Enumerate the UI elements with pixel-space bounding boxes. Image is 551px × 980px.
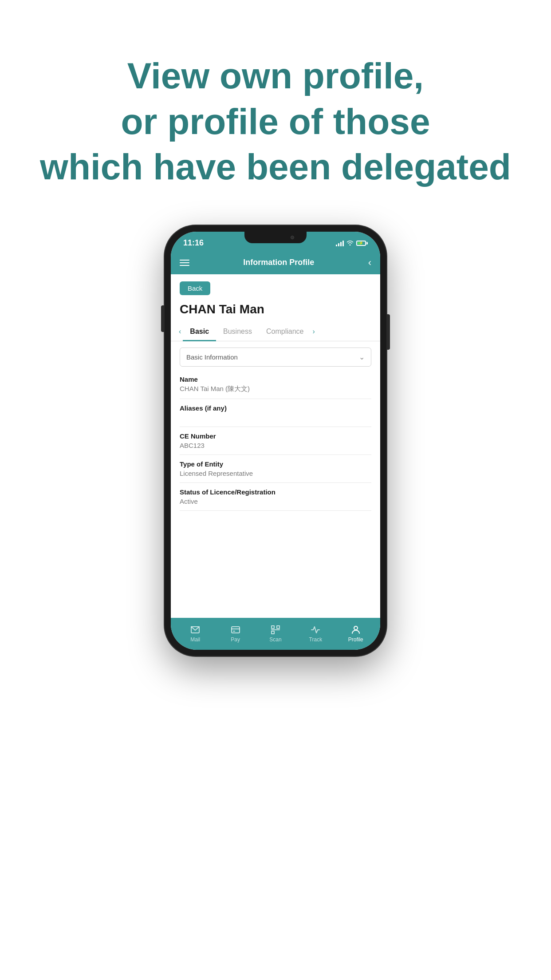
back-button-wrapper: Back [171, 274, 380, 299]
nav-scan[interactable]: Scan [262, 624, 289, 643]
wifi-icon [346, 240, 354, 247]
person-name: CHAN Tai Man [171, 299, 380, 323]
signal-icon [336, 240, 344, 246]
nav-profile[interactable]: Profile [342, 624, 369, 643]
status-time: 11:16 [183, 238, 204, 248]
bottom-nav: Mail Pay [171, 618, 380, 650]
phone-container: 11:16 [0, 217, 551, 656]
field-entity-type: Type of Entity Licensed Representative [180, 455, 371, 483]
nav-pay[interactable]: Pay [222, 624, 249, 643]
field-label-name: Name [180, 375, 371, 383]
tab-business[interactable]: Business [216, 323, 259, 341]
tab-right-arrow[interactable]: › [311, 328, 316, 336]
nav-mail[interactable]: Mail [182, 624, 209, 643]
track-icon [310, 624, 321, 635]
field-label-entity-type: Type of Entity [180, 460, 371, 468]
svg-rect-5 [277, 626, 279, 628]
field-value-name: CHAN Tai Man (陳大文) [180, 385, 371, 393]
field-value-entity-type: Licensed Representative [180, 470, 371, 477]
svg-rect-1 [232, 627, 240, 633]
status-icons: ⚡ [336, 240, 368, 247]
chevron-down-icon: ⌄ [359, 353, 365, 361]
phone-notch [244, 232, 307, 243]
scan-icon [270, 624, 281, 635]
field-label-ce-number: CE Number [180, 432, 371, 440]
hero-title: View own profile, or profile of those wh… [35, 53, 516, 190]
svg-rect-6 [272, 631, 274, 634]
header-back-icon[interactable]: ‹ [368, 257, 371, 269]
app-header: Information Profile ‹ [171, 251, 380, 274]
tab-compliance[interactable]: Compliance [259, 323, 311, 341]
hero-section: View own profile, or profile of those wh… [0, 0, 551, 217]
phone-screen: 11:16 [171, 232, 380, 650]
tab-basic[interactable]: Basic [183, 323, 216, 341]
content-area: Back CHAN Tai Man ‹ Basic Business Compl… [171, 274, 380, 618]
nav-pay-label: Pay [231, 636, 240, 643]
nav-scan-label: Scan [269, 636, 281, 643]
field-ce-number: CE Number ABC123 [180, 427, 371, 455]
svg-point-8 [354, 626, 358, 630]
tab-left-arrow[interactable]: ‹ [177, 328, 183, 336]
menu-icon[interactable] [180, 260, 189, 266]
pay-icon [230, 624, 241, 635]
form-fields: Name CHAN Tai Man (陳大文) Aliases (if any)… [171, 370, 380, 618]
nav-profile-label: Profile [348, 636, 363, 643]
nav-track-label: Track [309, 636, 323, 643]
nav-track[interactable]: Track [302, 624, 329, 643]
phone-frame: 11:16 [165, 225, 386, 656]
tabs-bar: ‹ Basic Business Compliance › [171, 323, 380, 341]
mail-icon [190, 624, 201, 635]
app-header-title: Information Profile [243, 258, 314, 267]
back-button[interactable]: Back [180, 281, 210, 295]
battery-icon: ⚡ [356, 241, 368, 246]
section-selector[interactable]: Basic Information ⌄ [180, 348, 371, 367]
field-value-ce-number: ABC123 [180, 442, 371, 449]
profile-icon [350, 624, 361, 635]
front-camera [291, 236, 294, 239]
field-licence-status: Status of Licence/Registration Active [180, 483, 371, 511]
field-label-licence-status: Status of Licence/Registration [180, 488, 371, 496]
svg-rect-4 [272, 626, 274, 628]
section-selector-label: Basic Information [186, 353, 238, 361]
field-label-aliases: Aliases (if any) [180, 404, 371, 412]
field-aliases: Aliases (if any) [180, 399, 371, 427]
field-value-aliases [180, 414, 371, 421]
field-name: Name CHAN Tai Man (陳大文) [180, 370, 371, 399]
nav-mail-label: Mail [190, 636, 200, 643]
field-value-licence-status: Active [180, 498, 371, 505]
